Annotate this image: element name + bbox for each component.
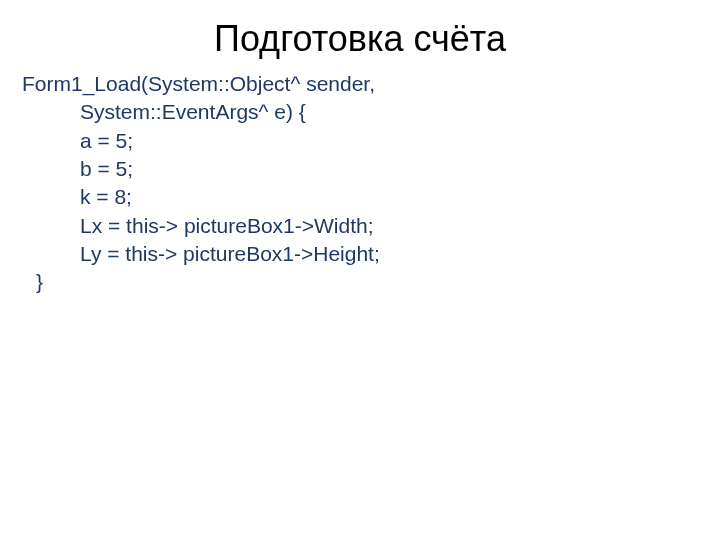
code-line-7: Ly = this-> pictureBox1->Height; [22,240,720,268]
code-block: Form1_Load(System::Object^ sender, Syste… [0,70,720,297]
code-line-5: k = 8; [22,183,720,211]
code-line-6: Lx = this-> pictureBox1->Width; [22,212,720,240]
code-line-2: System::EventArgs^ e) { [22,98,720,126]
code-line-4: b = 5; [22,155,720,183]
code-line-1: Form1_Load(System::Object^ sender, [22,70,720,98]
slide: Подготовка счёта Form1_Load(System::Obje… [0,0,720,540]
slide-title: Подготовка счёта [0,0,720,70]
code-line-8: } [22,268,720,296]
code-line-3: a = 5; [22,127,720,155]
